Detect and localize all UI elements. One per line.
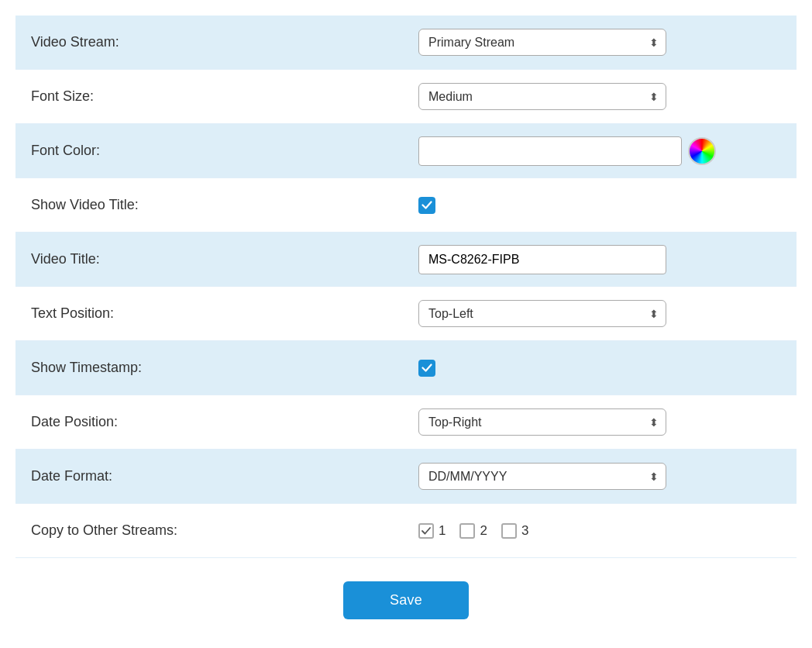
form-row-video-title: Video Title: [15, 233, 797, 287]
control-video-title [403, 233, 797, 286]
stream-checkbox-3[interactable] [501, 523, 517, 539]
control-font-size: SmallMediumLarge⬍ [403, 71, 797, 122]
select-date-position[interactable]: Top-LeftTop-RightBottom-LeftBottom-Right [418, 408, 666, 436]
stream-option-3: 3 [501, 523, 528, 539]
text-input-video-title[interactable] [418, 245, 666, 274]
select-date-format[interactable]: DD/MM/YYYYMM/DD/YYYYYYYY/MM/DD [418, 463, 666, 490]
settings-form: Video Stream:Primary StreamSecondary Str… [15, 16, 797, 643]
label-text-position: Text Position: [15, 294, 403, 333]
form-row-video-stream: Video Stream:Primary StreamSecondary Str… [15, 16, 797, 70]
form-row-date-position: Date Position:Top-LeftTop-RightBottom-Le… [15, 395, 797, 450]
label-date-format: Date Format: [15, 457, 403, 496]
control-date-position: Top-LeftTop-RightBottom-LeftBottom-Right… [403, 397, 797, 447]
stream-checkbox-2[interactable] [459, 523, 475, 539]
select-font-size[interactable]: SmallMediumLarge [418, 83, 666, 110]
form-row-show-video-title: Show Video Title: [15, 178, 797, 233]
control-copy-to-other-streams: 123 [403, 512, 797, 550]
stream-checkbox-1[interactable] [418, 523, 434, 539]
select-wrapper-text-position: Top-LeftTop-RightBottom-LeftBottom-Right… [418, 300, 666, 327]
control-text-position: Top-LeftTop-RightBottom-LeftBottom-Right… [403, 288, 797, 339]
form-row-date-format: Date Format:DD/MM/YYYYMM/DD/YYYYYYYY/MM/… [15, 450, 797, 504]
color-wheel-icon[interactable] [688, 137, 716, 165]
label-copy-to-other-streams: Copy to Other Streams: [15, 511, 403, 550]
label-font-color: Font Color: [15, 131, 403, 171]
stream-option-1: 1 [418, 523, 446, 539]
stream-label-1: 1 [439, 523, 446, 539]
control-date-format: DD/MM/YYYYMM/DD/YYYYYYYY/MM/DD⬍ [403, 451, 797, 502]
color-input-wrapper [418, 136, 781, 166]
form-row-font-color: Font Color: [15, 124, 797, 178]
save-section: Save [15, 558, 797, 643]
label-date-position: Date Position: [15, 402, 403, 442]
control-font-color [403, 125, 797, 178]
select-text-position[interactable]: Top-LeftTop-RightBottom-LeftBottom-Right [418, 300, 666, 327]
stream-option-2: 2 [459, 523, 487, 539]
form-row-copy-to-other-streams: Copy to Other Streams: 123 [15, 504, 797, 558]
color-text-input[interactable] [418, 136, 682, 166]
stream-label-3: 3 [521, 523, 528, 539]
label-show-video-title: Show Video Title: [15, 185, 403, 225]
form-row-font-size: Font Size:SmallMediumLarge⬍ [15, 70, 797, 124]
save-button[interactable]: Save [343, 581, 469, 619]
control-show-timestamp [403, 348, 797, 388]
checkbox-show-video-title[interactable] [418, 197, 435, 214]
label-font-size: Font Size: [15, 77, 403, 116]
label-video-title: Video Title: [15, 240, 403, 279]
copy-streams-options: 123 [418, 523, 535, 539]
label-show-timestamp: Show Timestamp: [15, 348, 403, 388]
control-video-stream: Primary StreamSecondary StreamTertiary S… [403, 17, 797, 67]
form-row-show-timestamp: Show Timestamp: [15, 341, 797, 395]
select-wrapper-video-stream: Primary StreamSecondary StreamTertiary S… [418, 29, 666, 56]
stream-label-2: 2 [480, 523, 487, 539]
checkbox-show-timestamp[interactable] [418, 360, 435, 377]
control-show-video-title [403, 185, 797, 226]
select-wrapper-date-format: DD/MM/YYYYMM/DD/YYYYYYYY/MM/DD⬍ [418, 463, 666, 490]
label-video-stream: Video Stream: [15, 22, 403, 62]
select-wrapper-font-size: SmallMediumLarge⬍ [418, 83, 666, 110]
form-row-text-position: Text Position:Top-LeftTop-RightBottom-Le… [15, 287, 797, 341]
select-wrapper-date-position: Top-LeftTop-RightBottom-LeftBottom-Right… [418, 408, 666, 436]
select-video-stream[interactable]: Primary StreamSecondary StreamTertiary S… [418, 29, 666, 56]
